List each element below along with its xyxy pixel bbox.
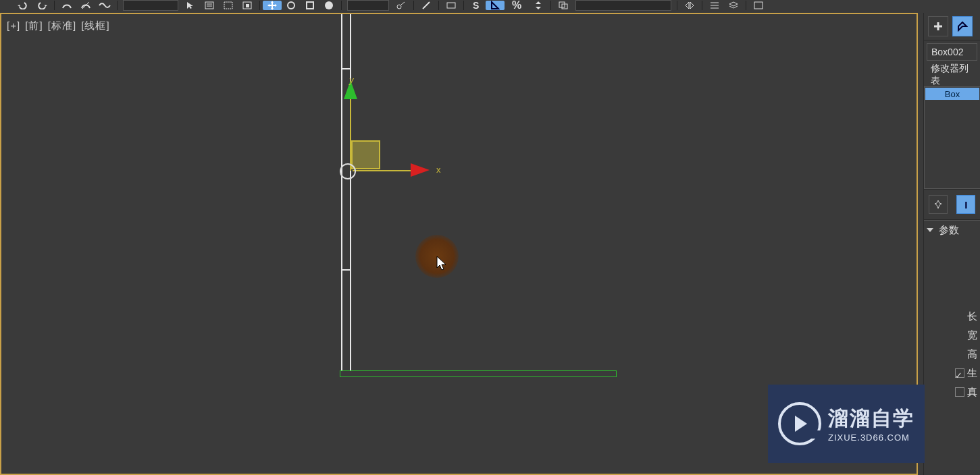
svg-rect-6 — [246, 4, 249, 7]
create-tab-plus-icon[interactable] — [928, 16, 948, 36]
object-name-field[interactable] — [927, 43, 977, 61]
modifier-list-dropdown[interactable]: 修改器列表 — [927, 66, 977, 84]
gizmo-y-label: y — [349, 75, 354, 85]
rollout-title: 参数 — [939, 224, 959, 237]
named-sel-dropdown[interactable] — [575, 0, 671, 11]
modifier-stack[interactable]: Box — [924, 86, 980, 189]
modifier-stack-item[interactable]: Box — [925, 88, 979, 100]
param-gen-checkbox[interactable] — [955, 368, 964, 378]
select-window-toggle-icon[interactable] — [238, 1, 257, 10]
unselected-object-box[interactable] — [340, 370, 617, 377]
viewport-label[interactable]: [+] [前] [标准] [线框] — [7, 20, 111, 32]
undo-icon[interactable] — [14, 1, 32, 10]
select-rotate-icon[interactable] — [282, 1, 301, 10]
param-height-label: 高 — [967, 345, 977, 364]
percent-snap-icon[interactable]: % — [505, 1, 529, 10]
svg-rect-4 — [224, 2, 232, 9]
modify-tab-icon[interactable] — [952, 16, 973, 36]
named-sel-set-icon[interactable] — [554, 1, 573, 10]
selection-filter-dropdown[interactable] — [123, 0, 178, 11]
param-length-label: 长 — [967, 307, 977, 326]
select-name-icon[interactable] — [200, 1, 219, 10]
param-width-label: 宽 — [967, 326, 977, 345]
layers-icon[interactable] — [724, 1, 743, 10]
viewport-shading-name[interactable]: [标准] — [48, 20, 78, 31]
command-panel: 修改器列表 Box I 参数 长 宽 高 生 真 — [923, 13, 980, 475]
svg-rect-8 — [307, 2, 313, 9]
unlink-icon[interactable] — [76, 1, 95, 10]
pivot-icon[interactable] — [392, 1, 411, 10]
show-end-result-icon[interactable]: I — [956, 195, 975, 214]
viewport-menu-toggle[interactable]: [+] — [7, 20, 22, 31]
keyboard-shortcut-icon[interactable] — [442, 1, 461, 10]
viewport-style-name[interactable]: [线框] — [81, 20, 111, 31]
svg-text:S: S — [473, 1, 479, 10]
snap-toggle-s-icon[interactable]: S — [467, 1, 486, 10]
pin-stack-icon[interactable] — [929, 195, 948, 214]
svg-point-7 — [288, 2, 294, 9]
watermark: 溜溜自学 ZIXUE.3D66.COM — [768, 385, 925, 463]
move-plane-xy[interactable] — [351, 140, 380, 169]
watermark-url: ZIXUE.3D66.COM — [828, 432, 910, 443]
select-place-icon[interactable] — [319, 1, 338, 10]
gizmo-origin-icon[interactable] — [340, 163, 356, 179]
svg-rect-13 — [447, 3, 455, 8]
parameters-body: 长 宽 高 生 真 — [924, 240, 980, 401]
top-toolbar: S % — [0, 0, 980, 11]
select-region-rect-icon[interactable] — [219, 1, 238, 10]
svg-point-10 — [397, 5, 401, 9]
select-object-icon[interactable] — [181, 1, 200, 10]
param-real-label: 真 — [967, 383, 977, 401]
cursor-highlight — [415, 235, 459, 278]
curve-editor-icon[interactable] — [749, 1, 768, 10]
bind-icon[interactable] — [95, 1, 114, 10]
link-icon[interactable] — [57, 1, 76, 10]
tick — [341, 68, 351, 69]
select-scale-icon[interactable] — [301, 1, 319, 10]
mirror-icon[interactable] — [680, 1, 699, 10]
chevron-down-icon — [927, 228, 933, 232]
gizmo-x-arrow-icon[interactable] — [411, 163, 430, 177]
svg-line-12 — [423, 2, 430, 9]
select-manip-icon[interactable] — [417, 1, 436, 10]
svg-line-11 — [401, 2, 405, 5]
spinner-snap-icon[interactable] — [529, 1, 548, 10]
watermark-title: 溜溜自学 — [828, 405, 914, 432]
angle-snap-icon[interactable] — [486, 1, 505, 10]
param-gen-label: 生 — [967, 364, 977, 383]
align-icon[interactable] — [705, 1, 724, 10]
select-move-icon[interactable] — [263, 1, 282, 10]
param-real-checkbox[interactable] — [955, 387, 964, 397]
play-logo-icon — [778, 402, 821, 445]
viewport-view-name[interactable]: [前] — [25, 20, 44, 31]
tick — [341, 269, 351, 271]
gizmo-x-label: x — [436, 165, 441, 175]
svg-rect-1 — [205, 2, 213, 9]
svg-rect-20 — [754, 2, 763, 9]
redo-icon[interactable] — [32, 1, 51, 10]
ref-coord-dropdown[interactable] — [347, 0, 389, 11]
svg-point-9 — [325, 1, 333, 9]
parameters-rollout-header[interactable]: 参数 — [924, 220, 980, 240]
